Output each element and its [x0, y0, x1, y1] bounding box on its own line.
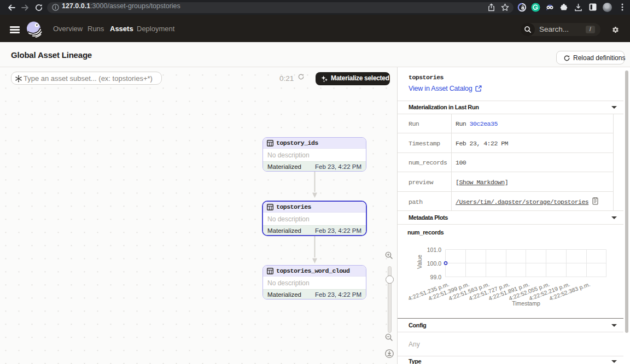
svg-text:101.0: 101.0 [427, 246, 441, 253]
svg-text:99.0: 99.0 [430, 274, 442, 280]
svg-text:Timestamp: Timestamp [512, 300, 540, 307]
svg-text:100.0: 100.0 [427, 260, 441, 267]
svg-text:Value: Value [416, 255, 423, 269]
